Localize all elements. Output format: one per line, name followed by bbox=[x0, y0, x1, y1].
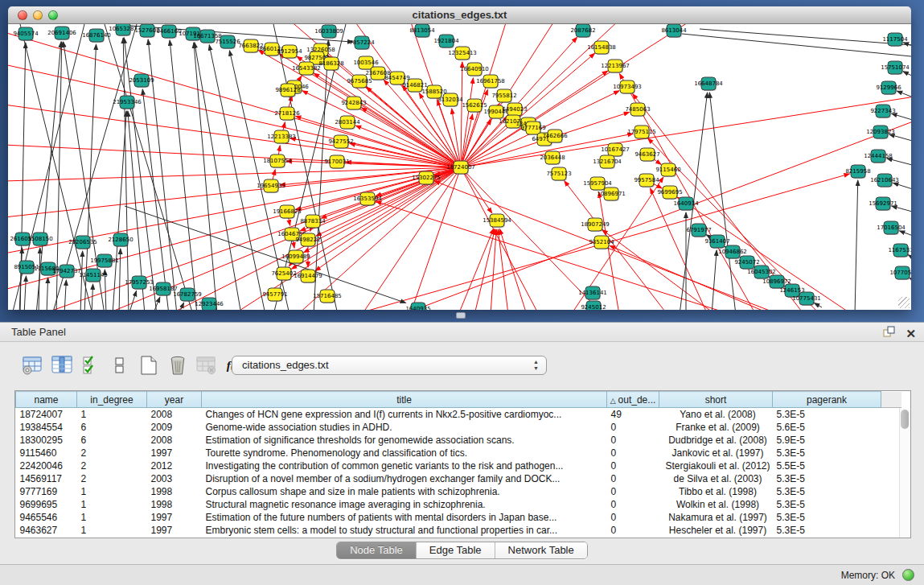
table-row[interactable]: 946362711997Embryonic stem cells: a mode… bbox=[16, 524, 901, 537]
table-cell[interactable]: 1 bbox=[77, 524, 147, 537]
yellow-node[interactable]: 16640910 bbox=[460, 63, 489, 76]
table-cell[interactable]: 5.3E-5 bbox=[773, 511, 881, 524]
column-header-short[interactable]: short bbox=[659, 392, 773, 408]
tab-edge-table[interactable]: Edge Table bbox=[417, 542, 495, 558]
table-cell[interactable]: de Silva et al. (2003) bbox=[659, 472, 773, 485]
teal-node[interactable]: 1640935 bbox=[405, 303, 430, 310]
yellow-node[interactable]: 2803144 bbox=[335, 116, 360, 130]
table-cell[interactable]: Structural magnetic resonance image aver… bbox=[202, 498, 607, 511]
column-header-year[interactable]: year bbox=[147, 392, 202, 408]
table-cell[interactable]: 0 bbox=[607, 447, 659, 459]
red-edge[interactable] bbox=[8, 105, 461, 167]
red-edge[interactable] bbox=[461, 62, 462, 167]
black-edge[interactable] bbox=[892, 113, 911, 121]
table-scrollbar-thumb[interactable] bbox=[901, 410, 909, 429]
table-row[interactable]: 1872400712008Changes of HCN gene express… bbox=[16, 408, 901, 421]
table-cell[interactable]: 9465546 bbox=[16, 511, 77, 524]
table-cell[interactable]: 5.5E-5 bbox=[773, 459, 881, 472]
float-panel-icon[interactable] bbox=[882, 325, 896, 342]
node-table[interactable]: namein_degreeyeartitle△out_de...shortpag… bbox=[15, 391, 901, 537]
network-window-titlebar[interactable]: citations_edges.txt bbox=[8, 6, 911, 24]
yellow-node[interactable]: 7955812 bbox=[491, 89, 516, 103]
tab-network-table[interactable]: Network Table bbox=[495, 542, 587, 558]
black-edge[interactable] bbox=[314, 40, 328, 310]
red-edge[interactable] bbox=[677, 197, 852, 310]
citation-network-graph[interactable]: 1872400776638228660128891295413226058982… bbox=[8, 24, 911, 310]
yellow-node[interactable]: 2036448 bbox=[540, 151, 565, 165]
table-cell[interactable]: Jankovic et al. (1997) bbox=[659, 447, 773, 459]
column-header-name[interactable]: name bbox=[16, 392, 77, 408]
table-cell[interactable]: 5.3E-5 bbox=[773, 524, 881, 537]
table-cell[interactable]: 9463627 bbox=[16, 524, 77, 537]
table-cell[interactable]: 1997 bbox=[147, 447, 202, 459]
teal-node[interactable]: 21953346 bbox=[113, 96, 142, 109]
table-column-icon[interactable] bbox=[51, 355, 72, 376]
table-cell[interactable]: 1 bbox=[77, 511, 147, 524]
column-header-title[interactable]: title bbox=[202, 392, 607, 408]
table-cell[interactable]: 5.6E-5 bbox=[773, 421, 881, 434]
delete-trash-icon[interactable] bbox=[167, 355, 188, 376]
table-settings-icon[interactable] bbox=[23, 355, 43, 376]
table-cell[interactable]: Genome-wide association studies in ADHD. bbox=[202, 421, 607, 434]
black-edge[interactable] bbox=[855, 180, 858, 310]
red-edge[interactable] bbox=[491, 229, 496, 310]
red-edge[interactable] bbox=[8, 32, 461, 167]
table-cell[interactable]: 2008 bbox=[147, 408, 202, 421]
table-cell[interactable]: 0 bbox=[607, 434, 659, 447]
teal-node[interactable]: 2128650 bbox=[108, 233, 133, 247]
table-row[interactable]: 1456911722003Disruption of a novel membe… bbox=[16, 472, 901, 485]
table-cell[interactable]: 19384554 bbox=[16, 421, 77, 434]
table-cell[interactable]: 22420046 bbox=[16, 459, 77, 472]
table-row[interactable]: 1830029562008Estimation of significance … bbox=[16, 434, 901, 447]
yellow-node[interactable]: 9427552 bbox=[328, 135, 353, 149]
yellow-node[interactable]: 10167427 bbox=[601, 143, 630, 157]
new-document-icon[interactable] bbox=[138, 355, 159, 376]
table-cell[interactable]: Disruption of a novel member of a sodium… bbox=[202, 472, 607, 485]
teal-node[interactable]: 8813054 bbox=[409, 24, 435, 38]
table-scrollbar[interactable] bbox=[899, 408, 910, 538]
table-cell[interactable]: Changes of HCN gene expression and I(f) … bbox=[202, 408, 607, 421]
table-cell[interactable]: 0 bbox=[607, 511, 659, 524]
table-cell[interactable]: 2 bbox=[77, 472, 147, 485]
black-edge[interactable] bbox=[194, 43, 217, 310]
yellow-node[interactable]: 7625402 bbox=[271, 267, 296, 281]
black-edge[interactable] bbox=[24, 276, 26, 310]
table-cell[interactable]: Embryonic stem cells: a model to study s… bbox=[202, 524, 607, 537]
yellow-node[interactable]: 19654935 bbox=[257, 179, 285, 193]
close-window-icon[interactable] bbox=[18, 10, 27, 20]
yellow-node[interactable]: 9463627 bbox=[634, 148, 659, 162]
yellow-node[interactable]: 16961758 bbox=[476, 75, 505, 89]
column-header-in_degree[interactable]: in_degree bbox=[77, 392, 147, 408]
table-row[interactable]: 911546021997Tourette syndrome. Phenomeno… bbox=[16, 447, 901, 459]
teal-node[interactable]: 12444158 bbox=[864, 150, 893, 163]
table-cell[interactable]: 5.3E-5 bbox=[773, 447, 881, 459]
black-edge[interactable] bbox=[889, 134, 911, 142]
table-cell[interactable]: 2 bbox=[77, 459, 147, 472]
table-cell[interactable]: 14569117 bbox=[16, 472, 77, 485]
teal-node[interactable]: 7857224 bbox=[349, 36, 375, 50]
column-header-pagerank[interactable]: pagerank bbox=[773, 392, 881, 408]
table-cell[interactable]: 0 bbox=[607, 485, 659, 498]
table-cell[interactable]: Franke et al. (2009) bbox=[659, 421, 773, 434]
table-cell[interactable]: 18724007 bbox=[16, 408, 77, 421]
table-cell[interactable]: 1 bbox=[77, 498, 147, 511]
red-edge[interactable] bbox=[461, 78, 473, 167]
black-edge[interactable] bbox=[119, 249, 121, 310]
teal-node[interactable]: 9466160 bbox=[156, 25, 181, 39]
teal-node[interactable]: 10653287 bbox=[109, 24, 138, 36]
black-edge[interactable] bbox=[815, 303, 822, 307]
table-cell[interactable]: 0 bbox=[607, 524, 659, 537]
network-canvas[interactable]: 1872400776638228660128891295413226058982… bbox=[8, 24, 911, 310]
select-rows-icon[interactable] bbox=[80, 355, 101, 376]
table-cell[interactable]: 5.3E-5 bbox=[773, 408, 881, 421]
table-cell[interactable]: 6 bbox=[77, 421, 147, 434]
teal-node[interactable]: 1508150 bbox=[27, 233, 52, 246]
window-resize-grip[interactable] bbox=[898, 297, 910, 308]
table-cell[interactable]: 5.3E-5 bbox=[773, 485, 881, 498]
yellow-node[interactable]: 8878334 bbox=[300, 215, 326, 229]
table-row[interactable]: 2242004622012Investigating the contribut… bbox=[16, 459, 901, 472]
black-edge[interactable] bbox=[123, 38, 129, 310]
teal-node[interactable]: 19975881 bbox=[90, 254, 119, 268]
yellow-node[interactable]: 13216704 bbox=[593, 155, 622, 169]
black-edge[interactable] bbox=[893, 183, 911, 190]
